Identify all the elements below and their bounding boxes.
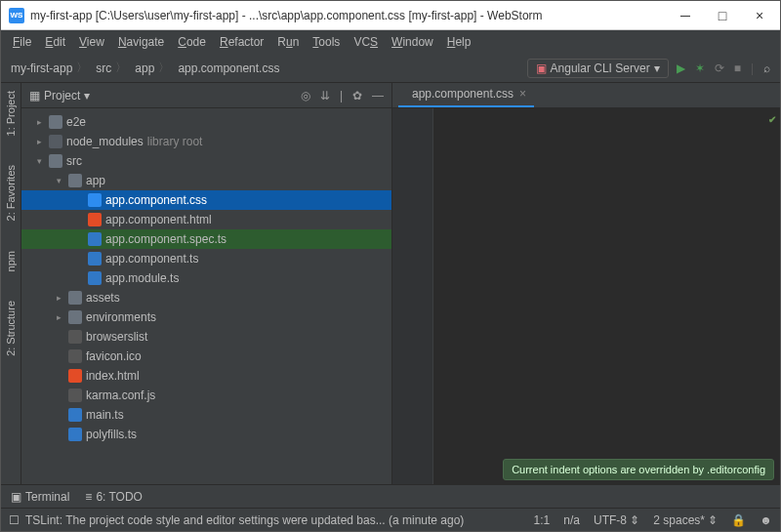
todo-icon: ≡ [85,490,92,504]
menu-bar: File Edit View Navigate Code Refactor Ru… [1,30,780,54]
navigation-toolbar: my-first-app 〉 src 〉 app 〉 app.component… [1,54,780,83]
chevron-down-icon: ▾ [37,156,49,166]
status-line-sep[interactable]: n/a [563,513,580,527]
scroll-from-source-button[interactable]: ◎ [301,89,310,102]
ts-file-icon [88,252,102,266]
ts-file-icon [88,271,102,285]
code-area[interactable] [433,108,780,484]
window-titlebar: WS my-first-app [C:\Users\user\my-first-… [1,1,780,30]
tree-node-src[interactable]: ▾src [21,151,391,171]
folder-icon [68,310,82,324]
tree-file-main-ts[interactable]: main.ts [21,405,391,425]
breadcrumb-src[interactable]: src [92,61,111,75]
menu-edit[interactable]: Edit [39,33,71,51]
ts-file-icon [88,232,102,246]
tree-node-environments[interactable]: ▸environments [21,307,391,327]
menu-vcs[interactable]: VCS [348,33,384,51]
status-hector-icon[interactable]: ☻ [760,513,772,527]
tool-project[interactable]: 1: Project [5,91,17,136]
tree-file-app-component-ts[interactable]: app.component.ts [21,249,391,268]
project-view-select[interactable]: ▦ Project ▾ [29,89,301,102]
status-message[interactable]: TSLint: The project code style and edito… [25,513,520,527]
settings-button[interactable]: ✿ [352,89,362,102]
tool-todo[interactable]: ≡6: TODO [85,490,143,504]
left-tool-stripe: 1: Project 2: Favorites npm 2: Structure [1,83,21,484]
stop-button[interactable]: ■ [734,61,741,75]
folder-icon [49,154,62,168]
menu-code[interactable]: Code [172,33,212,51]
breadcrumb-root[interactable]: my-first-app [7,61,72,75]
window-title: my-first-app [C:\Users\user\my-first-app… [30,9,673,22]
chevron-down-icon: ▾ [57,176,68,185]
menu-help[interactable]: Help [441,33,477,51]
html-file-icon [88,213,102,226]
tree-node-node-modules[interactable]: ▸node_moduleslibrary root [21,132,391,151]
folder-icon [68,174,82,187]
coverage-button[interactable]: ⟳ [715,61,724,75]
status-encoding[interactable]: UTF-8 ⇕ [594,513,639,527]
breadcrumb: my-first-app 〉 src 〉 app 〉 app.component… [7,60,527,76]
editor-area: app.component.css × ✔ Current indent opt… [392,83,780,484]
terminal-icon: ▣ [11,490,21,504]
hide-panel-button[interactable]: — [372,89,384,102]
js-file-icon [68,389,82,402]
tree-file-app-module-ts[interactable]: app.module.ts [21,268,391,288]
tool-favorites[interactable]: 2: Favorites [5,165,17,221]
tree-file-index-html[interactable]: index.html [21,366,391,386]
menu-run[interactable]: Run [271,33,305,51]
app-logo-icon: WS [9,8,24,23]
inspection-ok-icon: ✔ [768,114,776,125]
html-file-icon [68,369,82,383]
chevron-right-icon: ▸ [57,312,68,322]
folder-icon [49,115,62,129]
menu-tools[interactable]: Tools [307,33,346,51]
editor-tab-active[interactable]: app.component.css × [398,82,534,107]
maximize-button[interactable]: □ [710,8,735,23]
tree-file-app-component-css[interactable]: app.component.css [21,190,391,210]
close-tab-button[interactable]: × [519,87,526,101]
menu-window[interactable]: Window [386,33,439,51]
tree-file-favicon[interactable]: favicon.ico [21,347,391,366]
project-tree[interactable]: ▸e2e ▸node_moduleslibrary root ▾src ▾app… [21,108,391,484]
minimize-button[interactable]: ─ [673,8,698,23]
chevron-down-icon: ▾ [84,89,90,102]
tree-file-app-component-spec[interactable]: app.component.spec.ts [21,229,391,249]
debug-button[interactable]: ✶ [695,61,705,75]
folder-icon [49,135,62,148]
chevron-right-icon: ▸ [37,117,49,127]
run-button[interactable]: ▶ [677,61,685,75]
chevron-down-icon: ▾ [654,61,660,75]
menu-navigate[interactable]: Navigate [112,33,170,51]
status-indent[interactable]: 2 spaces* ⇕ [653,513,718,527]
ts-file-icon [68,408,82,422]
tree-file-app-component-html[interactable]: app.component.html [21,210,391,229]
menu-refactor[interactable]: Refactor [214,33,269,51]
project-tool-window: ▦ Project ▾ ◎ ⇊ | ✿ — ▸e2e ▸node_modules… [21,83,392,484]
tool-npm[interactable]: npm [5,251,17,271]
status-caret-pos[interactable]: 1:1 [534,513,551,527]
editor-body[interactable]: ✔ Current indent options are overridden … [392,108,780,484]
tree-file-polyfills-ts[interactable]: polyfills.ts [21,425,391,444]
editor-tabs: app.component.css × [392,83,780,108]
project-icon: ▦ [29,89,40,102]
breadcrumb-file[interactable]: app.component.css [174,61,279,75]
file-icon [68,330,82,344]
menu-view[interactable]: View [73,33,110,51]
breadcrumb-app[interactable]: app [131,61,154,75]
editor-gutter [392,108,433,484]
menu-file[interactable]: File [7,33,37,51]
tree-node-app[interactable]: ▾app [21,171,391,190]
tree-file-karma-conf[interactable]: karma.conf.js [21,386,391,405]
tree-node-assets[interactable]: ▸assets [21,288,391,307]
tool-terminal[interactable]: ▣Terminal [11,490,69,504]
run-config-select[interactable]: ▣ Angular CLI Server ▾ [527,59,669,78]
search-everywhere-button[interactable]: ⌕ [763,61,770,75]
folder-icon [68,291,82,305]
status-lock-icon[interactable]: 🔒 [731,513,746,527]
collapse-all-button[interactable]: ⇊ [320,89,330,102]
close-window-button[interactable]: × [747,8,772,23]
tool-structure[interactable]: 2: Structure [5,301,17,356]
ts-file-icon [68,428,82,441]
tree-node-e2e[interactable]: ▸e2e [21,112,391,132]
tree-file-browserslist[interactable]: browserslist [21,327,391,347]
